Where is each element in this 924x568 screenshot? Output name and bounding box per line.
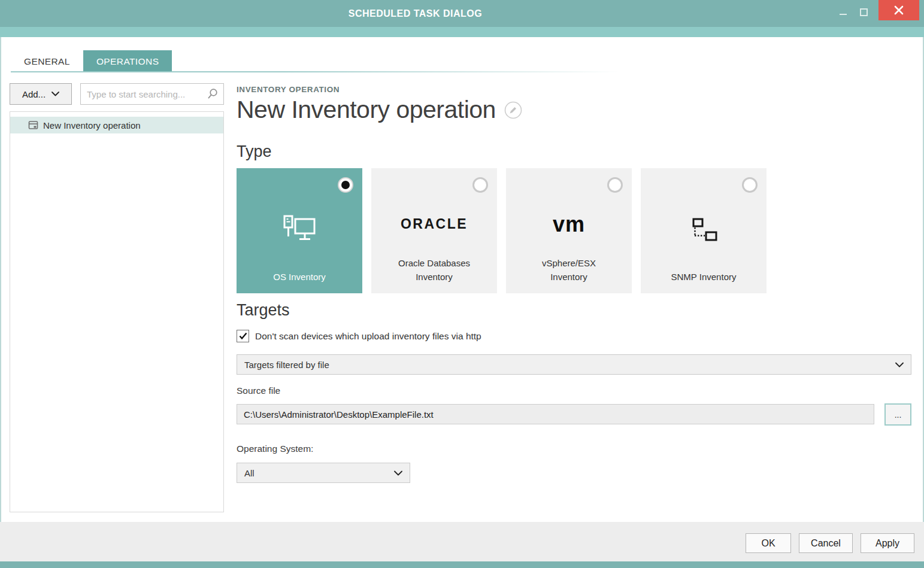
http-upload-checkbox[interactable] xyxy=(237,330,249,342)
chevron-down-icon xyxy=(51,92,59,96)
operation-icon xyxy=(28,120,39,130)
scheduled-task-dialog: SCHEDULED TASK DIALOG GENERAL OPERATIONS… xyxy=(0,0,924,568)
type-option-label: SNMP Inventory xyxy=(671,270,737,293)
titlebar: SCHEDULED TASK DIALOG xyxy=(0,0,924,27)
apply-button[interactable]: Apply xyxy=(861,533,914,553)
vmware-logo: vm xyxy=(553,212,585,237)
type-option-label: vSphere/ESX Inventory xyxy=(524,256,614,294)
type-option-oracle-databases-inventory[interactable]: ORACLE Oracle Databases Inventory xyxy=(371,168,497,293)
window-controls xyxy=(831,0,924,27)
radio-os-inventory[interactable] xyxy=(338,177,353,193)
list-item-label: New Inventory operation xyxy=(43,120,141,130)
tab-operations[interactable]: OPERATIONS xyxy=(83,50,172,72)
oracle-logo: ORACLE xyxy=(401,216,468,232)
list-item-new-inventory-operation[interactable]: New Inventory operation xyxy=(10,117,223,133)
page-title: New Inventory operation xyxy=(237,96,496,124)
cancel-button[interactable]: Cancel xyxy=(799,533,853,553)
tab-underline xyxy=(11,71,687,72)
tab-general[interactable]: GENERAL xyxy=(11,50,83,72)
radio-vsphere-esx-inventory[interactable] xyxy=(607,177,623,193)
maximize-button[interactable] xyxy=(853,0,874,24)
source-file-input[interactable] xyxy=(237,404,874,424)
chevron-down-icon xyxy=(895,362,904,367)
operating-system-value: All xyxy=(244,468,394,478)
type-option-label: OS Inventory xyxy=(273,270,326,293)
snmp-icon xyxy=(688,217,719,245)
footer-bar: OK Cancel Apply xyxy=(0,522,924,561)
operating-system-dropdown[interactable]: All xyxy=(237,463,410,483)
chevron-down-icon xyxy=(394,470,402,476)
type-options: OS Inventory ORACLE Oracle Databases Inv… xyxy=(237,168,767,293)
source-file-label: Source file xyxy=(237,385,280,396)
close-icon xyxy=(894,5,904,15)
targets-filter-value: Targets filtered by file xyxy=(244,360,895,370)
add-button-label: Add... xyxy=(22,89,46,99)
source-file-row: ... xyxy=(237,404,911,426)
type-section-heading: Type xyxy=(237,142,272,161)
type-option-snmp-inventory[interactable]: SNMP Inventory xyxy=(641,168,767,293)
minimize-button[interactable] xyxy=(833,0,853,24)
radio-oracle-databases-inventory[interactable] xyxy=(472,177,488,193)
title-row: New Inventory operation xyxy=(237,96,522,124)
browse-button[interactable]: ... xyxy=(884,403,911,426)
edit-icon[interactable] xyxy=(504,101,522,119)
titlebar-accent-strip xyxy=(0,27,924,37)
targets-filter-dropdown[interactable]: Targets filtered by file xyxy=(237,354,911,375)
dialog-title: SCHEDULED TASK DIALOG xyxy=(0,8,831,19)
browse-button-label: ... xyxy=(895,410,902,420)
close-button[interactable] xyxy=(878,0,919,20)
minimize-icon xyxy=(840,14,847,15)
footer-buttons: OK Cancel Apply xyxy=(746,533,914,553)
type-option-label: Oracle Databases Inventory xyxy=(389,256,479,294)
os-inventory-icon xyxy=(281,214,318,248)
window-edge-left xyxy=(0,37,1,568)
ok-button[interactable]: OK xyxy=(746,533,791,553)
targets-section-heading: Targets xyxy=(237,301,290,320)
search-icon xyxy=(207,88,219,100)
http-upload-checkbox-row: Don't scan devices which upload inventor… xyxy=(237,330,481,342)
http-upload-checkbox-label: Don't scan devices which upload inventor… xyxy=(255,331,481,342)
operations-list-panel: New Inventory operation xyxy=(10,111,224,512)
section-eyebrow: INVENTORY OPERATION xyxy=(237,85,340,94)
search-box xyxy=(80,83,224,105)
operating-system-label: Operating System: xyxy=(237,444,313,454)
search-input[interactable] xyxy=(87,89,207,99)
maximize-icon xyxy=(860,8,868,16)
window-bottom-strip xyxy=(0,561,924,568)
type-option-os-inventory[interactable]: OS Inventory xyxy=(237,168,362,293)
checkmark-icon xyxy=(239,332,247,340)
add-button[interactable]: Add... xyxy=(10,83,72,105)
type-option-vsphere-esx-inventory[interactable]: vm vSphere/ESX Inventory xyxy=(506,168,632,293)
radio-snmp-inventory[interactable] xyxy=(742,177,758,193)
tab-bar: GENERAL OPERATIONS xyxy=(11,50,172,72)
